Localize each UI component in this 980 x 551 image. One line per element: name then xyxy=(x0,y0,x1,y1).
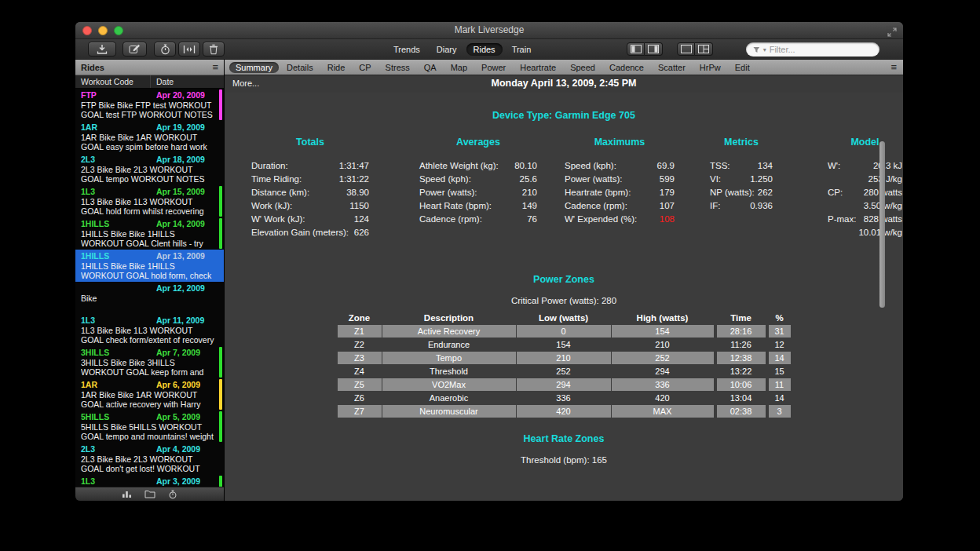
ride-date: Apr 11, 2009 xyxy=(156,316,204,325)
ride-workout-code: 1AR xyxy=(81,380,97,389)
chart-menu-icon[interactable]: ≡ xyxy=(890,62,897,72)
zone-cell: Z5 xyxy=(338,378,382,391)
percent-cell: 12 xyxy=(769,338,791,351)
chart-tab[interactable]: QA xyxy=(418,62,443,73)
ride-list-item[interactable]: 1L3 Apr 11, 2009 1L3 Bike Bike 1L3 WORKO… xyxy=(75,314,224,346)
chart-icon[interactable] xyxy=(122,490,132,498)
ride-workout-code: 3HILLS xyxy=(81,348,109,357)
view-tab[interactable]: Diary xyxy=(430,43,464,56)
power-zone-row: Z7 Neuromuscular 420 MAX 02:38 3 xyxy=(338,405,791,418)
folder-icon[interactable] xyxy=(144,490,155,498)
ride-list-item[interactable]: Apr 12, 2009 Bike xyxy=(75,282,224,314)
power-zones-title: Power Zones xyxy=(225,274,903,285)
ride-list-item[interactable]: 1AR Apr 6, 2009 1AR Bike Bike 1AR WORKOU… xyxy=(75,378,224,411)
description-cell: VO2Max xyxy=(382,378,516,391)
metric-label: Elevation Gain (meters): xyxy=(251,226,349,239)
workout-code-column-header[interactable]: Workout Code xyxy=(75,75,151,88)
chart-tab[interactable]: Speed xyxy=(564,62,602,73)
toggle-right-sidebar-button[interactable] xyxy=(645,42,663,56)
ride-list-item[interactable]: 3HILLS Apr 7, 2009 3HILLS Bike Bike 3HIL… xyxy=(75,346,224,378)
ride-list-item[interactable]: 1L3 Apr 3, 2009 xyxy=(75,475,224,487)
close-button[interactable] xyxy=(82,26,92,35)
ride-description-line: 2L3 Bike Bike 2L3 WORKOUT xyxy=(81,454,218,464)
percent-cell: 14 xyxy=(769,352,791,364)
metric-row: 3.50 w/kg xyxy=(828,199,902,213)
power-zones-section: Power Zones Critical Power (watts): 280 … xyxy=(225,274,903,418)
chart-tab[interactable]: Heartrate xyxy=(514,62,562,73)
description-cell: Endurance xyxy=(382,338,516,351)
funnel-icon xyxy=(753,46,760,53)
chart-tab[interactable]: CP xyxy=(353,62,377,73)
chart-tab[interactable]: Power xyxy=(475,62,512,73)
ride-list-item[interactable]: 5HILLS Apr 5, 2009 5HILLS Bike 5HILLS WO… xyxy=(75,411,224,443)
ride-description-line: GOAL check form/extent of recovery xyxy=(81,335,218,345)
device-type: Device Type: Garmin Edge 705 xyxy=(225,110,903,121)
zone-cell: Z3 xyxy=(338,352,382,364)
single-view-button[interactable] xyxy=(677,42,695,56)
chart-tab[interactable]: Ride xyxy=(321,62,352,73)
sidebar-menu-icon[interactable]: ≡ xyxy=(212,62,218,72)
ride-date: Apr 3, 2009 xyxy=(156,476,200,486)
chart-tab[interactable]: Details xyxy=(280,62,320,73)
hr-threshold-line: Threshold (bpm): 165 xyxy=(225,455,903,465)
stopwatch-button[interactable] xyxy=(154,42,176,57)
metric-row: Speed (kph): 69.9 xyxy=(565,159,675,173)
ride-date: Apr 14, 2009 xyxy=(156,219,205,228)
metric-value: 179 xyxy=(660,186,675,199)
low-watts-cell: 420 xyxy=(517,405,611,418)
minimize-button[interactable] xyxy=(98,26,108,35)
filter-field[interactable]: ▾ xyxy=(746,42,879,57)
ride-list-item[interactable]: 1L3 Apr 15, 2009 1L3 Bike Bike 1L3 WORKO… xyxy=(75,185,224,217)
ride-color-stripe xyxy=(219,250,222,281)
tiled-view-button[interactable] xyxy=(695,42,713,56)
power-zone-row: Z1 Active Recovery 0 154 28:16 31 xyxy=(338,325,791,338)
ride-description-line: GOAL test FTP WORKOUT NOTES xyxy=(81,110,218,119)
desktop: Mark Liversedge xyxy=(0,0,980,551)
ride-list-item[interactable]: FTP Apr 20, 2009 FTP Bike Bike FTP test … xyxy=(75,89,224,121)
zone-cell: Z7 xyxy=(338,405,382,418)
metric-row: Speed (kph): 25.6 xyxy=(419,173,537,186)
chart-tab[interactable]: Map xyxy=(444,62,474,73)
high-watts-cell: MAX xyxy=(612,405,714,418)
view-tab[interactable]: Train xyxy=(505,43,539,56)
download-activity-button[interactable] xyxy=(88,42,116,57)
critical-power-line: Critical Power (watts): 280 xyxy=(225,296,903,305)
toggle-left-sidebar-button[interactable] xyxy=(627,42,645,56)
layout-toggle-group xyxy=(677,42,713,56)
chart-tab[interactable]: Cadence xyxy=(603,62,650,73)
intervals-button[interactable] xyxy=(178,42,200,57)
time-column-header: Time xyxy=(717,313,766,323)
stopwatch-icon[interactable] xyxy=(168,490,177,499)
fullscreen-icon[interactable] xyxy=(887,26,897,40)
filter-input[interactable] xyxy=(770,45,872,54)
high-watts-cell: 154 xyxy=(612,325,714,338)
ride-list-item[interactable]: 1HILLS Apr 14, 2009 1HILLS Bike Bike 1HI… xyxy=(75,217,224,250)
vertical-scrollbar[interactable] xyxy=(879,141,885,308)
edit-activity-button[interactable] xyxy=(122,42,147,57)
ride-list-item[interactable]: 1AR Apr 19, 2009 1AR Bike Bike 1AR WORKO… xyxy=(75,121,224,153)
ride-workout-code: 1L3 xyxy=(81,476,95,486)
toolbar: Trends Diary Rides Train xyxy=(75,39,903,60)
ride-list-item[interactable]: 2L3 Apr 18, 2009 2L3 Bike Bike 2L3 WORKO… xyxy=(75,153,224,185)
view-tab[interactable]: Trends xyxy=(386,43,427,56)
metric-value: 69.9 xyxy=(657,159,675,173)
zoom-button[interactable] xyxy=(114,26,123,35)
chart-tab[interactable]: Edit xyxy=(729,62,756,73)
date-column-header[interactable]: Date xyxy=(151,77,174,86)
chart-tab[interactable]: Summary xyxy=(229,62,279,73)
app-body: Rides ≡ Workout Code Date FTP Apr 20, 20… xyxy=(75,60,903,501)
sidebar-toggle-group xyxy=(627,42,663,56)
filter-dropdown-icon[interactable]: ▾ xyxy=(763,46,766,53)
ride-date: Apr 5, 2009 xyxy=(156,412,200,421)
ride-date: Apr 15, 2009 xyxy=(156,187,205,196)
ride-color-stripe xyxy=(219,154,222,184)
ride-description-line: 1L3 Bike Bike 1L3 WORKOUT xyxy=(81,326,218,335)
chart-tab[interactable]: Stress xyxy=(379,62,416,73)
ride-list-item[interactable]: 2L3 Apr 4, 2009 2L3 Bike Bike 2L3 WORKOU… xyxy=(75,443,224,475)
delete-activity-button[interactable] xyxy=(203,42,225,57)
metric-row: Duration: 1:31:47 xyxy=(251,159,369,173)
ride-list-item[interactable]: 1HILLS Apr 13, 2009 1HILLS Bike Bike 1HI… xyxy=(75,250,224,282)
chart-tab[interactable]: HrPw xyxy=(693,62,727,73)
view-tab[interactable]: Rides xyxy=(466,43,503,56)
chart-tab[interactable]: Scatter xyxy=(652,62,692,73)
